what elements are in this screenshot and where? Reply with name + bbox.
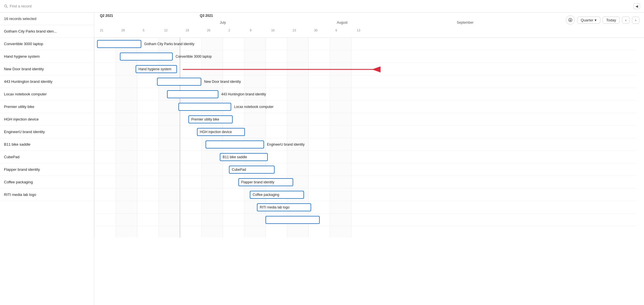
sidebar-item-0[interactable]: Gotham City Parks brand iden... [0, 25, 94, 38]
quarter-button[interactable]: Quarter ▾ [577, 17, 600, 24]
collapse-button[interactable]: ◀ [633, 3, 640, 9]
sidebar-item-3[interactable]: New Door brand identity [0, 63, 94, 75]
september-label: September [457, 21, 474, 25]
gantt-bar-10[interactable]: CubePad [229, 166, 275, 174]
gantt-row-7: HGH injection device [94, 126, 637, 138]
gantt-label-0: Gotham City Parks brand identity [144, 42, 194, 46]
week-16: 16 [271, 29, 275, 32]
gantt-row-14 [94, 214, 637, 226]
gantt-row-0: Gotham City Parks brand identity [94, 38, 637, 50]
gantt-bar-0[interactable] [97, 40, 141, 48]
today-line [180, 38, 180, 238]
sidebar-item-5[interactable]: Locax notebook computer [0, 88, 94, 101]
search-area[interactable]: Find a record [4, 4, 32, 8]
week-2: 2 [228, 29, 230, 32]
gantt-row-2: Hand hygiene system [94, 63, 637, 75]
gantt-label-3: New Door brand identity [204, 80, 241, 84]
week-12: 12 [164, 29, 168, 32]
gantt-label-5: Locax notebook computer [234, 105, 273, 109]
gantt-bar-1[interactable] [120, 53, 173, 61]
sidebar-item-6[interactable]: Premier utility bike [0, 101, 94, 113]
gantt-label-1: Convertible 3000 laptop [176, 55, 212, 59]
gantt-bar-11[interactable]: Flapper brand identity [238, 178, 293, 186]
top-bar: Find a record ◀ [0, 0, 644, 13]
gantt-bar-5[interactable] [178, 103, 231, 111]
q3-label: Q3 2021 [200, 14, 213, 18]
week-21: 21 [100, 29, 103, 32]
sidebar: 16 records selected Gotham City Parks br… [0, 13, 94, 305]
gantt-bar-6[interactable]: Premier utility bike [188, 115, 233, 123]
week-19: 19 [186, 29, 189, 32]
week-30: 30 [314, 29, 317, 32]
download-icon [568, 18, 573, 22]
sidebar-item-7[interactable]: HGH injection device [0, 113, 94, 126]
search-icon [4, 4, 8, 8]
week-6: 6 [335, 29, 337, 32]
bar-text-9: B11 bike saddle [223, 155, 247, 159]
gantt-row-13: RITI media lab logo [94, 201, 637, 214]
q2-label: Q2 2021 [100, 14, 113, 18]
svg-line-1 [7, 7, 8, 8]
gantt-bar-8[interactable] [206, 141, 264, 149]
gantt-bar-14[interactable] [265, 216, 320, 224]
svg-point-0 [5, 5, 7, 7]
sidebar-item-4[interactable]: 443 Huntington brand identity [0, 75, 94, 88]
gantt-bar-4[interactable] [167, 90, 218, 98]
gantt-row-5: Locax notebook computer [94, 101, 637, 113]
sidebar-item-13[interactable]: RITI media lab logo [0, 188, 94, 201]
week-28: 28 [121, 29, 125, 32]
gantt-bar-9[interactable]: B11 bike saddle [220, 153, 268, 161]
search-placeholder: Find a record [10, 4, 32, 8]
gantt-row-4: 443 Huntington brand identity [94, 88, 637, 101]
week-5: 5 [143, 29, 144, 32]
week-9: 9 [250, 29, 251, 32]
gantt-grid: Gotham City Parks brand identity Convert… [94, 38, 637, 238]
bar-text-11: Flapper brand identity [241, 180, 274, 184]
gantt-header: Quarter ▾ Today ‹ › Q2 2021 Q3 2021 July… [94, 13, 644, 38]
gantt-bar-12[interactable]: Coffee packaging [250, 191, 304, 199]
week-13: 13 [357, 29, 360, 32]
gantt-row-1: Convertible 3000 laptop [94, 50, 637, 63]
sidebar-item-9[interactable]: B11 bike saddle [0, 138, 94, 151]
gantt-label-4: 443 Huntington brand identity [221, 92, 266, 96]
gantt-row-11: Flapper brand identity [94, 176, 637, 188]
today-button[interactable]: Today [603, 17, 620, 24]
gantt-row-3: New Door brand identity [94, 75, 637, 88]
prev-button[interactable]: ‹ [622, 17, 629, 24]
sidebar-item-12[interactable]: Coffee packaging [0, 176, 94, 188]
week-26: 26 [207, 29, 210, 32]
time-labels: Q2 2021 Q3 2021 July August September 21… [94, 13, 644, 38]
gantt-body: Gotham City Parks brand identity Convert… [94, 38, 644, 305]
gantt-row-8: EngineerU brand identity [94, 138, 637, 151]
sidebar-item-1[interactable]: Convertible 3000 laptop [0, 38, 94, 50]
week-23: 23 [293, 29, 296, 32]
august-label: August [337, 21, 347, 25]
bar-text-7: HGH injection device [200, 130, 232, 134]
main-layout: 16 records selected Gotham City Parks br… [0, 13, 644, 305]
next-button[interactable]: › [632, 17, 639, 24]
bar-text-13: RITI media lab logo [260, 205, 289, 209]
july-label: July [220, 21, 226, 25]
gantt-row-6: Premier utility bike [94, 113, 637, 126]
records-selected-header: 16 records selected [0, 13, 94, 25]
download-button[interactable] [566, 15, 575, 25]
gantt-bar-13[interactable]: RITI media lab logo [257, 203, 311, 211]
gantt-area: Quarter ▾ Today ‹ › Q2 2021 Q3 2021 July… [94, 13, 644, 305]
gantt-label-8: EngineerU brand identity [267, 143, 305, 147]
sidebar-item-8[interactable]: EngineerU brand identity [0, 126, 94, 138]
gantt-bar-7[interactable]: HGH injection device [197, 128, 245, 136]
sidebar-item-2[interactable]: Hand hygiene system [0, 50, 94, 63]
gantt-row-9: B11 bike saddle [94, 151, 637, 163]
bar-text-10: CubePad [232, 168, 246, 172]
gantt-bar-3[interactable] [157, 78, 201, 86]
bar-text-2: Hand hygiene system [138, 67, 171, 71]
gantt-controls: Quarter ▾ Today ‹ › [566, 15, 639, 25]
bar-text-12: Coffee packaging [253, 193, 279, 197]
sidebar-item-11[interactable]: Flapper brand identity [0, 163, 94, 176]
gantt-row-10: CubePad [94, 163, 637, 176]
bar-text-6: Premier utility bike [191, 117, 219, 121]
sidebar-item-10[interactable]: CubePad [0, 151, 94, 163]
chevron-down-icon: ▾ [595, 18, 597, 22]
gantt-bar-2[interactable]: Hand hygiene system [136, 65, 177, 73]
gantt-row-12: Coffee packaging [94, 188, 637, 201]
